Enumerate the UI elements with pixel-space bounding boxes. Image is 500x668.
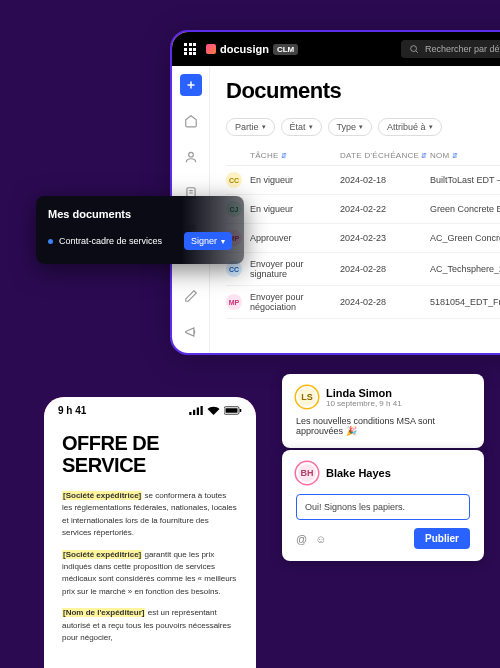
status-dot-icon xyxy=(48,239,53,244)
svg-line-1 xyxy=(416,51,418,53)
clm-app-window: docusign CLM Rechercher par détails tels… xyxy=(170,30,500,355)
filter-bar: Partie▾ État▾ Type▾ Attribué à▾ Filtres xyxy=(226,118,500,136)
sidebar-home-button[interactable] xyxy=(180,110,202,132)
filter-state[interactable]: État▾ xyxy=(281,118,322,136)
chevron-down-icon: ▾ xyxy=(262,123,266,131)
table-row[interactable]: CCEnvoyer pour signature2024-02-28AC_Tec… xyxy=(226,253,500,286)
reply-input[interactable]: Oui! Signons les papiers. xyxy=(296,494,470,520)
svg-point-0 xyxy=(411,46,417,52)
signal-icon xyxy=(189,406,203,415)
svg-rect-15 xyxy=(197,408,199,416)
publish-button[interactable]: Publier xyxy=(414,528,470,549)
cell-name: AC_Green Concrete xyxy=(430,233,500,243)
plus-icon xyxy=(185,79,197,91)
document-heading: OFFRE DE SERVICE xyxy=(62,432,238,476)
sort-icon: ⇵ xyxy=(421,152,427,160)
page-title: Documents xyxy=(226,78,500,104)
col-due[interactable]: DATE D'ÉCHÉANCE⇵ xyxy=(340,151,430,160)
avatar: BH xyxy=(296,462,318,484)
wifi-icon xyxy=(207,406,220,415)
search-placeholder: Rechercher par détails tels que le nom, … xyxy=(425,44,500,54)
avatar: LS xyxy=(296,386,318,408)
cell-date: 2024-02-22 xyxy=(340,204,430,214)
cell-name: Green Concrete EDT 2 xyxy=(430,204,500,214)
svg-rect-19 xyxy=(240,409,242,412)
apps-grid-icon[interactable] xyxy=(184,43,196,55)
commenter-name: Blake Hayes xyxy=(326,467,391,479)
svg-rect-13 xyxy=(189,412,191,415)
cell-name: 5181054_EDT_Fresh xyxy=(430,297,500,307)
cell-task: En vigueur xyxy=(250,175,340,185)
mention-icon[interactable]: @ xyxy=(296,533,307,545)
highlight-sender[interactable]: [Nom de l'expéditeur] xyxy=(62,608,145,617)
phone-time: 9 h 41 xyxy=(58,405,86,416)
sort-icon: ⇵ xyxy=(452,152,458,160)
col-name[interactable]: NOM⇵ xyxy=(430,151,500,160)
comment-message: Les nouvelles conditions MSA sont approu… xyxy=(296,416,470,436)
table-header: TÂCHE⇵ DATE D'ÉCHÉANCE⇵ NOM⇵ xyxy=(226,146,500,166)
my-documents-panel: Mes documents Contrat-cadre de services … xyxy=(36,196,244,264)
table-row[interactable]: MPEnvoyer pour négociation2024-02-285181… xyxy=(226,286,500,319)
sort-icon: ⇵ xyxy=(281,152,287,160)
main-content: Documents Partie▾ État▾ Type▾ Attribué à… xyxy=(210,66,500,353)
cell-date: 2024-02-18 xyxy=(340,175,430,185)
document-body: OFFRE DE SERVICE [Société expéditrice] s… xyxy=(44,424,256,661)
comment-card: LS Linda Simon 10 septembre, 9 h 41 Les … xyxy=(282,374,484,448)
reply-card: BH Blake Hayes Oui! Signons les papiers.… xyxy=(282,450,484,561)
cell-date: 2024-02-28 xyxy=(340,264,430,274)
highlight-company[interactable]: [Société expéditrice] xyxy=(62,491,142,500)
svg-point-4 xyxy=(188,152,193,157)
user-icon xyxy=(184,150,198,164)
table-row[interactable]: MPApprouver2024-02-23AC_Green Concrete xyxy=(226,224,500,253)
filter-type[interactable]: Type▾ xyxy=(328,118,373,136)
cell-task: Approuver xyxy=(250,233,340,243)
table-row[interactable]: CJEn vigueur2024-02-22Green Concrete EDT… xyxy=(226,195,500,224)
cell-name: AC_Techsphere_2022 xyxy=(430,264,500,274)
topbar: docusign CLM Rechercher par détails tels… xyxy=(172,32,500,66)
paragraph: [Nom de l'expéditeur] est un représentan… xyxy=(62,607,238,644)
chevron-down-icon: ▾ xyxy=(429,123,433,131)
svg-rect-18 xyxy=(226,408,238,413)
comment-time: 10 septembre, 9 h 41 xyxy=(326,399,402,408)
cell-date: 2024-02-23 xyxy=(340,233,430,243)
my-documents-item: Contrat-cadre de services xyxy=(59,236,162,246)
sidebar-edit-button[interactable] xyxy=(180,285,202,307)
highlight-company[interactable]: [Société expéditrice] xyxy=(62,550,142,559)
col-task[interactable]: TÂCHE⇵ xyxy=(250,151,340,160)
documents-table: TÂCHE⇵ DATE D'ÉCHÉANCE⇵ NOM⇵ CCEn vigueu… xyxy=(226,146,500,319)
megaphone-icon xyxy=(184,325,198,339)
product-badge: CLM xyxy=(273,44,298,55)
chevron-down-icon: ▾ xyxy=(309,123,313,131)
my-documents-title: Mes documents xyxy=(48,208,232,220)
brand-name: docusign xyxy=(220,43,269,55)
cell-task: En vigueur xyxy=(250,204,340,214)
emoji-icon[interactable]: ☺ xyxy=(315,533,326,545)
brand: docusign CLM xyxy=(206,43,298,55)
table-row[interactable]: CCEn vigueur2024-02-18BuiltToLast EDT – … xyxy=(226,166,500,195)
filter-assigned[interactable]: Attribué à▾ xyxy=(378,118,442,136)
sidebar-user-button[interactable] xyxy=(180,146,202,168)
phone-statusbar: 9 h 41 xyxy=(44,397,256,424)
my-documents-row[interactable]: Contrat-cadre de services Signer ▾ xyxy=(48,232,232,250)
chevron-down-icon: ▾ xyxy=(359,123,363,131)
avatar: CC xyxy=(226,172,242,188)
cell-task: Envoyer pour signature xyxy=(250,259,340,279)
svg-rect-16 xyxy=(201,406,203,415)
sign-button[interactable]: Signer ▾ xyxy=(184,232,232,250)
commenter-name: Linda Simon xyxy=(326,387,402,399)
avatar: MP xyxy=(226,294,242,310)
battery-icon xyxy=(224,406,242,415)
filter-party[interactable]: Partie▾ xyxy=(226,118,275,136)
brand-logo-icon xyxy=(206,44,216,54)
svg-rect-14 xyxy=(193,410,195,415)
paragraph: [Société expéditrice] se conformera à to… xyxy=(62,490,238,540)
search-icon xyxy=(409,44,419,54)
sidebar-notify-button[interactable] xyxy=(180,321,202,343)
search-input[interactable]: Rechercher par détails tels que le nom, … xyxy=(401,40,500,58)
cell-task: Envoyer pour négociation xyxy=(250,292,340,312)
paragraph: [Société expéditrice] garantit que les p… xyxy=(62,549,238,599)
cell-name: BuiltToLast EDT – Ord xyxy=(430,175,500,185)
home-icon xyxy=(184,114,198,128)
sidebar-add-button[interactable] xyxy=(180,74,202,96)
cell-date: 2024-02-28 xyxy=(340,297,430,307)
